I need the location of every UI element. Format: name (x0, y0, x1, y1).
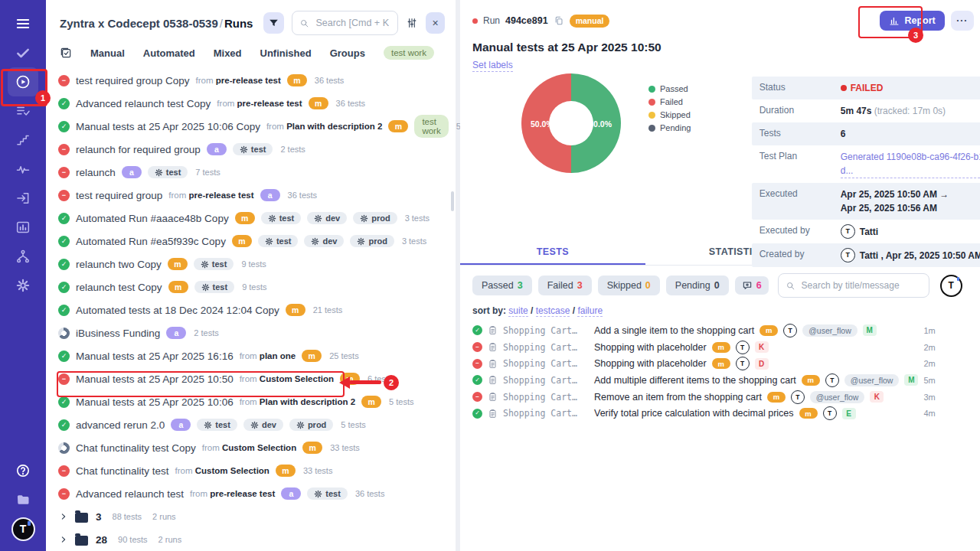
run-row[interactable]: ✓Advanced relaunch test Copyfrom pre-rel… (46, 92, 456, 115)
sort-link-failure[interactable]: failure (577, 305, 603, 317)
runs-tab-unfinished[interactable]: Unfinished (260, 47, 312, 59)
sidebar-item-tasks[interactable] (8, 38, 38, 67)
assignee-avatar[interactable]: T (940, 275, 962, 297)
run-row[interactable]: ✓Automated Run #ea5f939c Copymtestdevpro… (46, 230, 456, 253)
filter-chip-passed[interactable]: Passed 3 (472, 276, 532, 295)
run-row[interactable]: Chat functinality test Copyfrom Custom S… (46, 436, 456, 459)
gear-small-icon (268, 214, 276, 223)
filter-chip-skipped[interactable]: Skipped 0 (598, 276, 660, 295)
runs-header: Zyntra x Codecept 0538-0539/Runs × (46, 0, 456, 41)
run-row-title: Advanced relaunch test Copy (76, 98, 211, 109)
bar-chart-icon (889, 15, 900, 26)
passed-status-icon: ✓ (472, 375, 482, 385)
folder-row[interactable]: 388 tests2 runs (46, 505, 456, 528)
sort-link-suite[interactable]: suite (508, 305, 528, 317)
comments-filter-chip[interactable]: 6 (735, 276, 769, 295)
run-source-plan: from pre-release test (217, 99, 302, 108)
sidebar-item-projects[interactable] (8, 485, 38, 514)
run-row[interactable]: ✓advanced rerun 2.0atestdevprod5 tests (46, 413, 456, 436)
project-name: Zyntra x Codecept 0538-0539 (60, 17, 218, 30)
sidebar-top (0, 9, 46, 300)
run-row[interactable]: −Advanced relaunch testfrom pre-release … (46, 482, 456, 505)
user-value: TTatti , Apr 25, 2025 10:50 AM (841, 248, 980, 262)
clipboard-icon (488, 359, 498, 369)
chevron-right-icon[interactable] (60, 536, 67, 543)
legend-item-passed: Passed (648, 84, 691, 93)
scrollbar-thumb[interactable] (451, 191, 454, 211)
gear-small-icon (314, 214, 322, 223)
run-row-title: test required group (76, 190, 162, 201)
run-row[interactable]: iBusiness Fundinga2 tests (46, 321, 456, 344)
sidebar-item-activity[interactable] (8, 155, 38, 184)
run-row[interactable]: −relaunchatest7 tests (46, 161, 456, 184)
sidebar-item-branches[interactable] (8, 242, 38, 271)
runs-tab-mixed[interactable]: Mixed (214, 47, 242, 59)
runs-tab-manual[interactable]: Manual (90, 47, 125, 59)
tag-filter-chip[interactable]: test work (384, 46, 434, 60)
filter-chip-pending[interactable]: Pending 0 (666, 276, 729, 295)
tests-search-box[interactable] (778, 273, 929, 298)
search-box[interactable] (292, 11, 398, 35)
status-filter-chips: Passed 3Failed 3Skipped 0Pending 0 (472, 276, 729, 295)
info-label: Duration (760, 104, 841, 116)
clipboard-icon (488, 409, 498, 419)
run-row[interactable]: −test required group Copyfrom pre-releas… (46, 69, 456, 92)
sidebar-item-milestones[interactable] (8, 126, 38, 155)
sidebar-item-account[interactable]: T (8, 514, 38, 543)
close-runs-panel-button[interactable]: × (426, 12, 445, 34)
copy-icon[interactable] (554, 15, 564, 26)
test-plan-link[interactable]: Generated 1190e08b-ca96-4f26-b10f-d... (841, 150, 980, 178)
run-test-count: 36 tests (336, 99, 366, 108)
passed-status-icon: ✓ (58, 259, 70, 270)
set-labels-link[interactable]: Set labels (472, 60, 513, 72)
search-input[interactable] (314, 17, 390, 29)
test-row[interactable]: ✓Shopping Cart…Verify total price calcul… (460, 405, 980, 422)
runs-tab-automated[interactable]: Automated (143, 47, 195, 59)
run-row-title: relaunch test Copy (76, 282, 162, 293)
info-value: 6 (841, 127, 846, 141)
report-button[interactable]: Report (880, 11, 944, 31)
chevron-right-icon[interactable] (60, 513, 67, 520)
sidebar-item-menu[interactable] (8, 9, 38, 38)
runs-tab-groups[interactable]: Groups (330, 47, 365, 59)
run-test-count: 5 tests (341, 420, 365, 429)
run-row[interactable]: −Manual tests at 25 Apr 2025 10:50from C… (46, 367, 456, 390)
run-row[interactable]: −relaunch for required groupatest2 tests (46, 138, 456, 161)
more-actions-button[interactable]: ··· (951, 11, 974, 31)
run-row[interactable]: ✓Manual tests at 25 Apr 2025 16:16from p… (46, 344, 456, 367)
filter-button[interactable] (263, 12, 284, 34)
run-row[interactable]: ✓Manual tests at 25 Apr 2025 10:06 Copyf… (46, 115, 456, 138)
sidebar-item-import[interactable] (8, 184, 38, 213)
run-row[interactable]: ✓relaunch test Copymtest9 tests (46, 276, 456, 298)
folder-row[interactable]: 2890 tests2 runs (46, 528, 456, 551)
assignee-initial-badge: E (842, 408, 856, 419)
sidebar-item-analytics[interactable] (8, 213, 38, 242)
run-row[interactable]: ✓relaunch two Copymtest9 tests (46, 253, 456, 276)
sidebar-item-settings[interactable] (8, 271, 38, 300)
run-row[interactable]: ✓Automated Run #aaace48b Copymtestdevpro… (46, 207, 456, 230)
run-row[interactable]: ✓Automated tests at 18 Dec 2024 12:04 Co… (46, 298, 456, 321)
run-row[interactable]: ✓Manual tests at 25 Apr 2025 10:06from P… (46, 390, 456, 413)
test-row[interactable]: ✓Shopping Cart…Add a single item to the … (460, 322, 980, 339)
test-row[interactable]: −Shopping Cart…Remove an item from the s… (460, 389, 980, 406)
test-row[interactable]: −Shopping Cart…Shopping with placeholder… (460, 339, 980, 356)
info-row-executed-by: Executed byTTatti (752, 220, 980, 243)
filter-chip-failed[interactable]: Failed 3 (538, 276, 592, 295)
sort-link-testcase[interactable]: testcase (536, 305, 570, 317)
run-row[interactable]: −test required groupfrom pre-release tes… (46, 184, 456, 207)
test-row[interactable]: ✓Shopping Cart…Add multiple different it… (460, 372, 980, 389)
run-source-plan: from plan one (240, 351, 296, 360)
detail-tab-tests[interactable]: TESTS (460, 240, 645, 265)
sidebar-item-help[interactable] (8, 456, 38, 485)
tests-search-input[interactable] (800, 279, 922, 292)
run-type-badge: a (207, 143, 227, 155)
env-chip: test (148, 166, 188, 178)
view-settings-icon[interactable] (406, 17, 418, 29)
run-row-title: Automated Run #aaace48b Copy (76, 213, 229, 224)
sidebar-item-test-plans[interactable] (8, 96, 38, 126)
run-row[interactable]: −Chat functinality testfrom Custom Selec… (46, 459, 456, 482)
sidebar-item-runs[interactable] (8, 67, 38, 96)
gear-small-icon (357, 237, 365, 246)
user-avatar: T (841, 248, 855, 262)
test-row[interactable]: −Shopping Cart…Shopping with placeholder… (460, 355, 980, 372)
